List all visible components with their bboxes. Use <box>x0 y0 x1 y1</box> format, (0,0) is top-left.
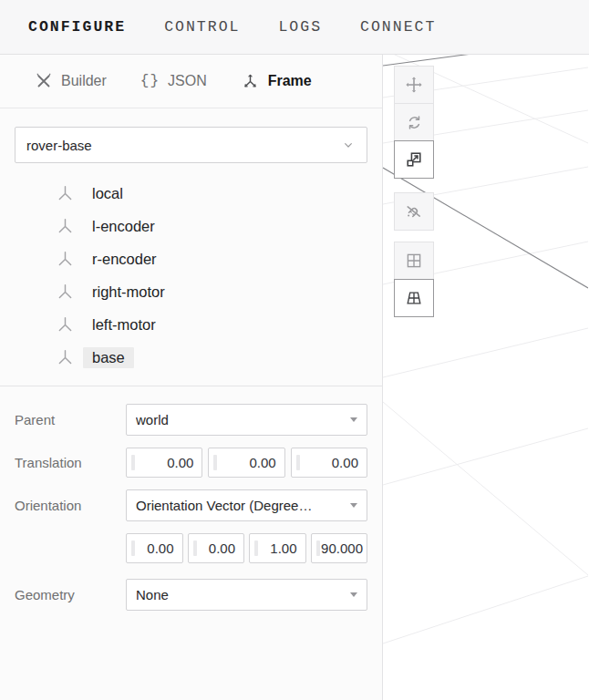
tree-item-l-encoder[interactable]: l-encoder <box>15 210 367 242</box>
tab-frame-label: Frame <box>268 73 312 89</box>
tree-item-base[interactable]: base <box>15 341 367 374</box>
axes-icon <box>55 282 76 303</box>
rotate-icon <box>405 113 424 132</box>
orientation-label: Orientation <box>15 498 126 513</box>
geometry-select-value: None <box>136 587 169 602</box>
orientation-theta-input[interactable]: 90.000 <box>311 533 368 563</box>
axis-accent-bar <box>213 455 217 470</box>
config-panel: Builder {} JSON Frame rover-base <box>0 55 383 700</box>
frame-tree: local l-encoder r-encoder right-motor <box>15 177 367 374</box>
tab-builder-label: Builder <box>61 73 107 89</box>
scale-icon <box>404 149 424 170</box>
caret-down-icon <box>350 592 357 597</box>
move-icon <box>404 75 424 95</box>
tree-item-label: left-motor <box>83 314 165 335</box>
grid-2d-button[interactable] <box>394 242 434 280</box>
flat-grid-icon <box>404 251 424 271</box>
tree-item-label: l-encoder <box>83 216 164 237</box>
orientation-type-select[interactable]: Orientation Vector (Degree… <box>126 489 367 521</box>
parent-select[interactable]: world <box>126 404 367 436</box>
axes-icon <box>55 249 76 270</box>
config-subnav: Builder {} JSON Frame <box>0 55 382 108</box>
tools-icon <box>35 72 53 90</box>
tree-item-label: base <box>83 347 134 368</box>
parent-select-value: world <box>136 412 169 427</box>
viewport-toolbar <box>394 66 434 317</box>
frame-panel-content: rover-base local l-encoder <box>0 108 382 700</box>
rotate-tool-button[interactable] <box>394 103 434 141</box>
axis-accent-bar <box>193 540 197 556</box>
caret-down-icon <box>350 417 357 422</box>
braces-icon: {} <box>140 73 160 89</box>
snap-off-icon <box>404 201 424 221</box>
tree-item-label: local <box>83 183 132 204</box>
axis-accent-bar <box>254 540 258 556</box>
perspective-grid-icon <box>404 288 424 308</box>
axis-accent-bar <box>131 455 135 470</box>
geometry-row: Geometry None <box>15 579 367 611</box>
translation-label: Translation <box>15 455 126 470</box>
axes-icon <box>241 72 260 91</box>
snap-toggle-button[interactable] <box>394 192 434 231</box>
tab-json[interactable]: {} JSON <box>140 73 207 89</box>
tree-item-local[interactable]: local <box>15 177 367 210</box>
tab-frame[interactable]: Frame <box>241 72 312 91</box>
parent-row: Parent world <box>15 404 367 436</box>
viam-app: CONFIGURE CONTROL LOGS CONNECT Builder {… <box>0 0 589 700</box>
orientation-x-input[interactable]: 0.00 <box>126 533 183 563</box>
orientation-y-input[interactable]: 0.00 <box>188 533 245 563</box>
axis-accent-bar <box>316 540 320 556</box>
tab-connect[interactable]: CONNECT <box>360 18 436 36</box>
toolbar-gap <box>394 179 434 193</box>
tab-logs[interactable]: LOGS <box>278 18 322 36</box>
tree-item-label: right-motor <box>83 282 174 303</box>
tree-item-right-motor[interactable]: right-motor <box>15 275 367 308</box>
caret-down-icon <box>350 503 357 508</box>
translation-z-input[interactable]: 0.00 <box>291 448 367 478</box>
chevron-down-icon <box>341 138 356 152</box>
parent-label: Parent <box>15 412 126 427</box>
translation-row: Translation 0.00 0.00 0.00 <box>15 448 367 478</box>
axes-icon <box>55 347 76 368</box>
translation-x-input[interactable]: 0.00 <box>126 448 202 478</box>
tab-configure[interactable]: CONFIGURE <box>28 18 126 36</box>
axes-icon <box>55 216 76 237</box>
geometry-label: Geometry <box>15 587 126 602</box>
tree-item-r-encoder[interactable]: r-encoder <box>15 242 367 275</box>
tab-builder[interactable]: Builder <box>35 72 107 90</box>
tab-json-label: JSON <box>168 73 207 89</box>
translation-y-input[interactable]: 0.00 <box>208 448 284 478</box>
main-nav-tabs: CONFIGURE CONTROL LOGS CONNECT <box>28 18 436 36</box>
component-select[interactable]: rover-base <box>15 127 367 163</box>
axes-icon <box>55 183 76 204</box>
axes-icon <box>55 314 76 335</box>
main-area: Builder {} JSON Frame rover-base <box>0 55 589 700</box>
tab-control[interactable]: CONTROL <box>164 18 240 36</box>
viewport-3d[interactable] <box>383 55 589 700</box>
geometry-select[interactable]: None <box>126 579 367 611</box>
axis-accent-bar <box>131 540 135 556</box>
frame-form: Parent world Translation 0.00 0.00 <box>15 386 367 611</box>
orientation-values-row: 0.00 0.00 1.00 90.000 <box>15 533 367 563</box>
tree-item-label: r-encoder <box>83 249 166 270</box>
main-nav: CONFIGURE CONTROL LOGS CONNECT <box>0 0 589 55</box>
scale-tool-button[interactable] <box>394 140 434 179</box>
axis-accent-bar <box>296 455 300 470</box>
tree-item-left-motor[interactable]: left-motor <box>15 308 367 341</box>
orientation-z-input[interactable]: 1.00 <box>249 533 306 563</box>
orientation-type-value: Orientation Vector (Degree… <box>136 498 312 513</box>
grid-perspective-button[interactable] <box>394 279 434 317</box>
orientation-row: Orientation Orientation Vector (Degree… <box>15 489 367 521</box>
component-select-value: rover-base <box>26 138 92 153</box>
translate-tool-button[interactable] <box>394 66 434 104</box>
